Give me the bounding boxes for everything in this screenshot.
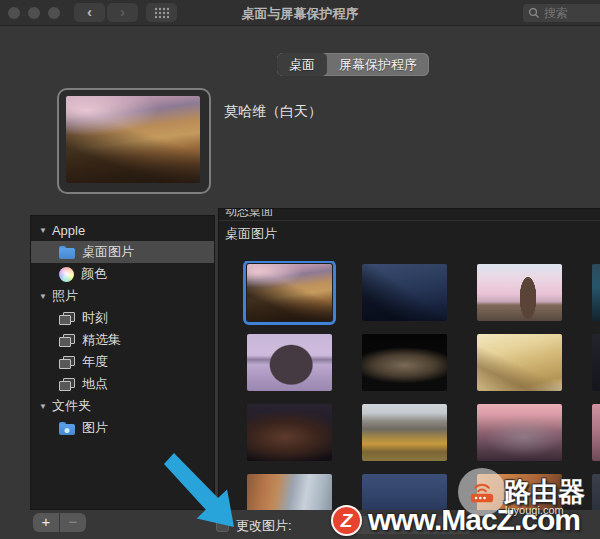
sidebar-group-header[interactable]: ▼Apple — [31, 219, 214, 241]
wallpaper-thumbnail[interactable] — [592, 404, 600, 461]
folder-button-group: + − — [33, 513, 86, 532]
sidebar-item-label: 桌面图片 — [82, 243, 134, 261]
current-wallpaper-preview[interactable] — [57, 88, 211, 194]
sidebar-item-label: 颜色 — [81, 265, 107, 283]
search-field[interactable]: 搜索 — [523, 4, 600, 22]
current-wallpaper-name: 莫哈维（白天） — [224, 103, 322, 121]
sidebar-item-时刻[interactable]: 时刻 — [31, 307, 214, 329]
search-icon — [528, 7, 540, 19]
sidebar-item-label: 时刻 — [82, 309, 108, 327]
wallpaper-panel: 动态桌面 桌面图片 — [218, 208, 600, 510]
sidebar-item-颜色[interactable]: 颜色 — [31, 263, 214, 285]
sidebar-item-label: 年度 — [82, 353, 108, 371]
photos-icon — [59, 312, 75, 325]
photos-icon — [59, 378, 75, 391]
sidebar-item-label: 地点 — [82, 375, 108, 393]
wallpaper-thumbnail[interactable] — [247, 474, 332, 510]
router-logo-circle — [458, 468, 506, 516]
wallpaper-thumbnail[interactable] — [247, 334, 332, 391]
sidebar-group-label: 照片 — [52, 287, 78, 305]
sidebar-item-桌面图片[interactable]: 桌面图片 — [31, 241, 214, 263]
disclosure-triangle-icon[interactable]: ▼ — [39, 292, 47, 301]
wallpaper-thumbnail[interactable] — [477, 404, 562, 461]
sidebar-group-label: 文件夹 — [52, 397, 91, 415]
wallpaper-thumbnail[interactable] — [592, 334, 600, 391]
wallpaper-thumbnail[interactable] — [362, 334, 447, 391]
sidebar-group-header[interactable]: ▼文件夹 — [31, 395, 214, 417]
sidebar-item-label: 图片 — [82, 419, 108, 437]
titlebar: ‹ › 桌面与屏幕保护程序 搜索 — [0, 0, 600, 26]
add-folder-button[interactable]: + — [33, 513, 59, 532]
change-picture-label: 更改图片: — [236, 517, 292, 535]
sidebar-group-header[interactable]: ▼照片 — [31, 285, 214, 307]
wallpaper-thumbnail[interactable] — [247, 264, 332, 321]
wallpaper-thumbnail[interactable] — [592, 264, 600, 321]
disclosure-triangle-icon[interactable]: ▼ — [39, 402, 47, 411]
tab-screensaver[interactable]: 屏幕保护程序 — [327, 53, 429, 76]
folder-icon — [59, 246, 75, 259]
current-wallpaper-image — [66, 96, 200, 183]
remove-folder-button[interactable]: − — [60, 513, 86, 532]
disclosure-triangle-icon[interactable]: ▼ — [39, 226, 47, 235]
photos-icon — [59, 356, 75, 369]
sidebar-item-地点[interactable]: 地点 — [31, 373, 214, 395]
wallpaper-thumbnail[interactable] — [592, 474, 600, 510]
sidebar-item-图片[interactable]: 图片 — [31, 417, 214, 439]
router-watermark-subtext: luyouqi.com — [505, 504, 564, 516]
sidebar-item-精选集[interactable]: 精选集 — [31, 329, 214, 351]
wallpaper-thumbnail[interactable] — [362, 404, 447, 461]
section-header-dynamic-desktop-label: 动态桌面 — [225, 209, 600, 220]
wallpaper-thumbnail[interactable] — [247, 404, 332, 461]
macz-logo-icon: Z — [331, 505, 362, 536]
wallpaper-grid — [219, 261, 600, 510]
desktop-screensaver-preferences-window: ‹ › 桌面与屏幕保护程序 搜索 桌面 屏幕保护程序 莫哈维（ — [0, 0, 600, 539]
sidebar-group-label: Apple — [52, 223, 85, 238]
wallpaper-thumbnail[interactable] — [477, 334, 562, 391]
wallpaper-thumbnail[interactable] — [362, 264, 447, 321]
section-header-dynamic-desktop: 动态桌面 — [219, 209, 600, 221]
router-icon — [465, 475, 499, 509]
sidebar-item-label: 精选集 — [82, 331, 121, 349]
folder-image-icon — [59, 422, 75, 435]
search-placeholder: 搜索 — [544, 5, 568, 22]
annotation-arrow-icon — [164, 453, 238, 531]
photos-icon — [59, 334, 75, 347]
tab-desktop[interactable]: 桌面 — [277, 53, 327, 76]
sidebar-item-年度[interactable]: 年度 — [31, 351, 214, 373]
section-header-desktop-pictures: 桌面图片 — [225, 221, 277, 247]
tab-bar: 桌面 屏幕保护程序 — [277, 53, 429, 76]
window-title: 桌面与屏幕保护程序 — [0, 5, 600, 23]
wheel-icon — [59, 267, 74, 282]
wallpaper-thumbnail[interactable] — [477, 264, 562, 321]
